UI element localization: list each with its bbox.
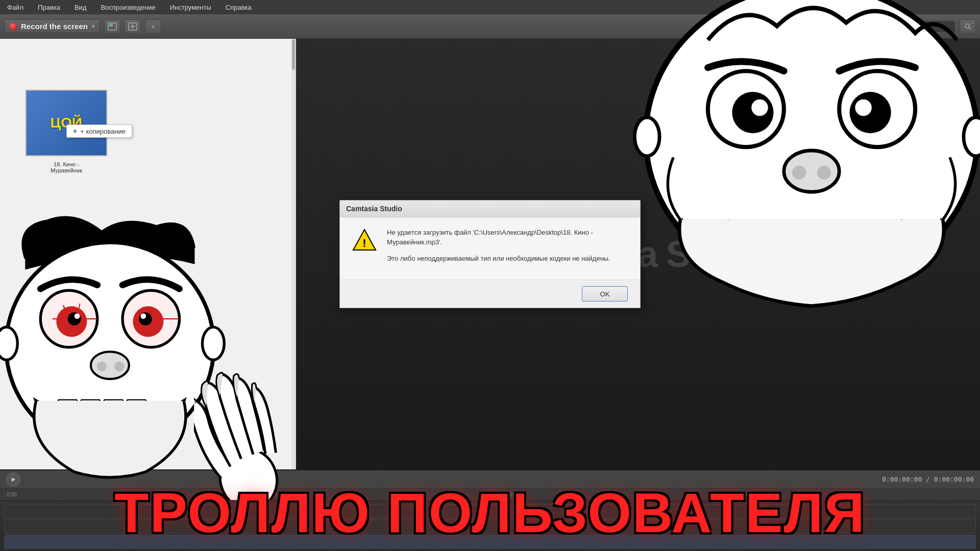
warning-icon: ! (352, 228, 377, 252)
dialog-title: Camtasia Studio (346, 205, 402, 213)
record-dot (10, 23, 17, 30)
svg-point-17 (964, 117, 980, 156)
svg-point-7 (784, 151, 839, 192)
svg-point-30 (139, 312, 152, 325)
menu-view[interactable]: Вид (71, 3, 90, 12)
svg-point-6 (855, 99, 872, 116)
ok-button[interactable]: OK (582, 286, 628, 302)
dialog-message-1: Не удается загрузить файл 'C:\Users\Алек… (387, 228, 628, 247)
claw-hands (194, 347, 347, 500)
toolbar-btn-1[interactable] (104, 19, 120, 34)
dialog: Camtasia Studio ! Не удается загрузить ф… (339, 200, 641, 309)
record-dropdown-arrow[interactable]: ▾ (92, 23, 94, 29)
menu-playback[interactable]: Воспроизведение (97, 3, 158, 12)
svg-point-16 (634, 117, 659, 156)
menu-tools[interactable]: Инструменты (167, 3, 214, 12)
dialog-message-2: Это либо неподдерживаемый тип или необхо… (387, 254, 628, 264)
svg-point-34 (114, 362, 124, 371)
toolbar-btn-3[interactable]: ≡ (145, 19, 161, 34)
svg-text:!: ! (362, 237, 366, 249)
troll-text: ТРОЛЛЮ ПОЛЬЗОВАТЕЛЯ (0, 485, 980, 541)
svg-point-9 (817, 166, 831, 180)
svg-point-5 (849, 92, 891, 133)
svg-point-25 (75, 313, 80, 319)
svg-point-2 (732, 92, 773, 133)
dialog-body: ! Не удается загрузить файл 'C:\Users\Ал… (340, 217, 640, 280)
dialog-text: Не удается загрузить файл 'C:\Users\Алек… (387, 228, 628, 270)
svg-rect-47 (109, 24, 113, 27)
menu-edit[interactable]: Правка (35, 3, 63, 12)
bottom-text-container: ТРОЛЛЮ ПОЛЬЗОВАТЕЛЯ (0, 485, 980, 541)
record-label: Record the screen (21, 22, 88, 31)
time-display: 0:00:00:00 / 0:00:00:00 (882, 475, 974, 483)
menu-help[interactable]: Справка (223, 3, 255, 12)
toolbar-btn-2[interactable] (125, 19, 141, 34)
troll-face-right (633, 0, 980, 316)
dialog-titlebar: Camtasia Studio (340, 201, 640, 217)
svg-point-3 (751, 99, 768, 116)
dialog-footer: OK (340, 280, 640, 308)
svg-point-33 (97, 362, 107, 371)
menu-file[interactable]: Файл (4, 3, 27, 12)
svg-point-8 (792, 166, 806, 180)
svg-point-31 (140, 313, 146, 319)
svg-point-43 (0, 327, 17, 360)
record-button[interactable]: Record the screen ▾ (4, 19, 100, 33)
